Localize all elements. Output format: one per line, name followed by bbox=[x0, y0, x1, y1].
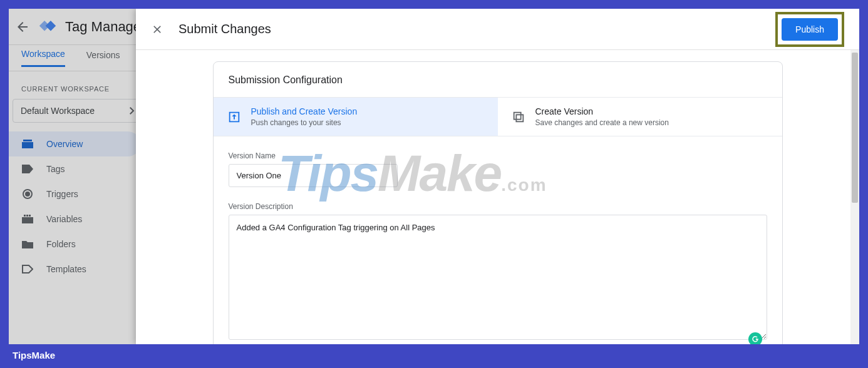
option-text: Create Version Save changes and create a… bbox=[535, 106, 669, 127]
card-title: Submission Configuration bbox=[214, 62, 782, 97]
submission-config-card: Submission Configuration Publish and Cre… bbox=[213, 61, 783, 344]
footer-brand: TipsMake bbox=[13, 350, 55, 360]
modal-header: Submit Changes Publish bbox=[136, 9, 859, 50]
vertical-scrollbar[interactable] bbox=[850, 50, 859, 344]
publish-button[interactable]: Publish bbox=[782, 18, 838, 41]
version-desc-textarea[interactable] bbox=[229, 215, 767, 340]
version-name-input[interactable] bbox=[229, 164, 398, 187]
option-create-version[interactable]: Create Version Save changes and create a… bbox=[498, 98, 782, 136]
modal-title: Submit Changes bbox=[178, 22, 271, 36]
option-subtitle: Push changes to your sites bbox=[251, 118, 358, 127]
app-window: Tag Manage Workspace Versions CURRENT WO… bbox=[9, 9, 859, 344]
option-title: Publish and Create Version bbox=[251, 106, 358, 116]
option-subtitle: Save changes and create a new version bbox=[535, 118, 669, 127]
version-icon bbox=[512, 110, 525, 124]
modal-body: Submission Configuration Publish and Cre… bbox=[136, 50, 859, 344]
option-publish-create[interactable]: Publish and Create Version Push changes … bbox=[214, 98, 498, 136]
scrollbar-thumb[interactable] bbox=[852, 53, 858, 203]
publish-highlight-box: Publish bbox=[775, 12, 844, 47]
version-name-label: Version Name bbox=[229, 151, 767, 160]
svg-rect-4 bbox=[514, 112, 520, 119]
version-desc-label: Version Description bbox=[229, 202, 767, 211]
modal-header-left: Submit Changes bbox=[151, 22, 271, 36]
publish-icon bbox=[227, 110, 241, 124]
submit-changes-modal: Submit Changes Publish Submission Config… bbox=[136, 9, 859, 344]
config-options-row: Publish and Create Version Push changes … bbox=[214, 97, 782, 136]
close-icon[interactable] bbox=[151, 23, 163, 36]
option-text: Publish and Create Version Push changes … bbox=[251, 106, 358, 127]
svg-rect-5 bbox=[516, 115, 523, 121]
option-title: Create Version bbox=[535, 106, 669, 116]
version-form: Version Name Version Description bbox=[214, 136, 782, 344]
grammarly-icon[interactable] bbox=[748, 332, 762, 344]
